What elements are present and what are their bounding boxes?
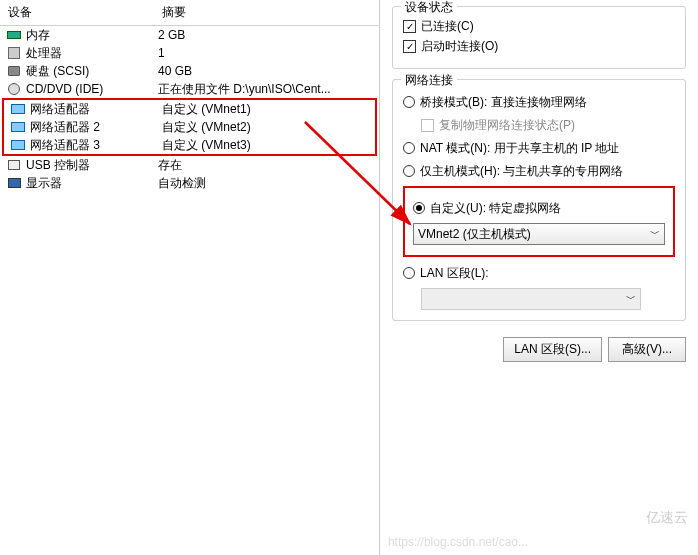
connect-poweron-label: 启动时连接(O): [421, 38, 498, 55]
network-icon: [10, 102, 26, 116]
nat-radio[interactable]: NAT 模式(N): 用于共享主机的 IP 地址: [403, 140, 675, 157]
chevron-down-icon: ﹀: [650, 227, 660, 241]
radio-icon: [403, 165, 415, 177]
device-row-cpu[interactable]: 处理器1: [0, 44, 379, 62]
radio-icon: [403, 267, 415, 279]
advanced-button[interactable]: 高级(V)...: [608, 337, 686, 362]
replicate-label: 复制物理网络连接状态(P): [439, 117, 575, 134]
device-status-group: 设备状态 ✓已连接(C) ✓启动时连接(O): [392, 6, 686, 69]
memory-icon: [6, 28, 22, 42]
cd-icon: [6, 82, 22, 96]
device-list-panel: 设备 摘要 内存2 GB 处理器1 硬盘 (SCSI)40 GB CD/DVD …: [0, 0, 380, 555]
device-row-hdd[interactable]: 硬盘 (SCSI)40 GB: [0, 62, 379, 80]
chevron-down-icon: ﹀: [626, 292, 636, 306]
lan-segments-button[interactable]: LAN 区段(S)...: [503, 337, 602, 362]
custom-network-highlight: 自定义(U): 特定虚拟网络 VMnet2 (仅主机模式) ﹀: [403, 186, 675, 257]
header-device[interactable]: 设备: [8, 4, 162, 21]
bridged-label: 桥接模式(B): 直接连接物理网络: [420, 94, 587, 111]
device-row-net1[interactable]: 网络适配器自定义 (VMnet1): [4, 100, 375, 118]
network-icon: [10, 138, 26, 152]
bridged-radio[interactable]: 桥接模式(B): 直接连接物理网络: [403, 94, 675, 111]
checkbox-icon: [421, 119, 434, 132]
custom-network-dropdown[interactable]: VMnet2 (仅主机模式) ﹀: [413, 223, 665, 245]
device-row-net2[interactable]: 网络适配器 2自定义 (VMnet2): [4, 118, 375, 136]
radio-icon: [403, 142, 415, 154]
cpu-icon: [6, 46, 22, 60]
hostonly-radio[interactable]: 仅主机模式(H): 与主机共享的专用网络: [403, 163, 675, 180]
device-row-memory[interactable]: 内存2 GB: [0, 26, 379, 44]
hdd-icon: [6, 64, 22, 78]
device-list-header: 设备 摘要: [0, 0, 379, 26]
network-connection-group: 网络连接 桥接模式(B): 直接连接物理网络 复制物理网络连接状态(P) NAT…: [392, 79, 686, 321]
lan-label: LAN 区段(L):: [420, 265, 489, 282]
radio-checked-icon: [413, 202, 425, 214]
device-row-display[interactable]: 显示器自动检测: [0, 174, 379, 192]
lan-segment-radio[interactable]: LAN 区段(L):: [403, 265, 675, 282]
network-connection-legend: 网络连接: [401, 72, 457, 89]
connected-checkbox-row[interactable]: ✓已连接(C): [403, 18, 675, 35]
settings-panel: 设备状态 ✓已连接(C) ✓启动时连接(O) 网络连接 桥接模式(B): 直接连…: [380, 0, 698, 555]
device-row-net3[interactable]: 网络适配器 3自定义 (VMnet3): [4, 136, 375, 154]
replicate-checkbox: 复制物理网络连接状态(P): [421, 117, 675, 134]
check-icon: ✓: [403, 20, 416, 33]
device-status-legend: 设备状态: [401, 0, 457, 16]
usb-icon: [6, 158, 22, 172]
lan-segment-dropdown: ﹀: [421, 288, 641, 310]
connect-poweron-checkbox-row[interactable]: ✓启动时连接(O): [403, 38, 675, 55]
hostonly-label: 仅主机模式(H): 与主机共享的专用网络: [420, 163, 623, 180]
device-row-usb[interactable]: USB 控制器存在: [0, 156, 379, 174]
network-adapters-highlight: 网络适配器自定义 (VMnet1) 网络适配器 2自定义 (VMnet2) 网络…: [2, 98, 377, 156]
network-icon: [10, 120, 26, 134]
radio-icon: [403, 96, 415, 108]
watermark-url: https://blog.csdn.net/cao...: [388, 535, 528, 549]
check-icon: ✓: [403, 40, 416, 53]
watermark-logo: 亿速云: [646, 509, 688, 527]
header-summary[interactable]: 摘要: [162, 4, 371, 21]
button-row: LAN 区段(S)... 高级(V)...: [392, 337, 686, 362]
display-icon: [6, 176, 22, 190]
custom-label: 自定义(U): 特定虚拟网络: [430, 200, 561, 217]
dropdown-value: VMnet2 (仅主机模式): [418, 226, 531, 243]
device-row-cddvd[interactable]: CD/DVD (IDE)正在使用文件 D:\yun\ISO\Cent...: [0, 80, 379, 98]
nat-label: NAT 模式(N): 用于共享主机的 IP 地址: [420, 140, 619, 157]
custom-radio[interactable]: 自定义(U): 特定虚拟网络: [413, 200, 665, 217]
connected-label: 已连接(C): [421, 18, 474, 35]
